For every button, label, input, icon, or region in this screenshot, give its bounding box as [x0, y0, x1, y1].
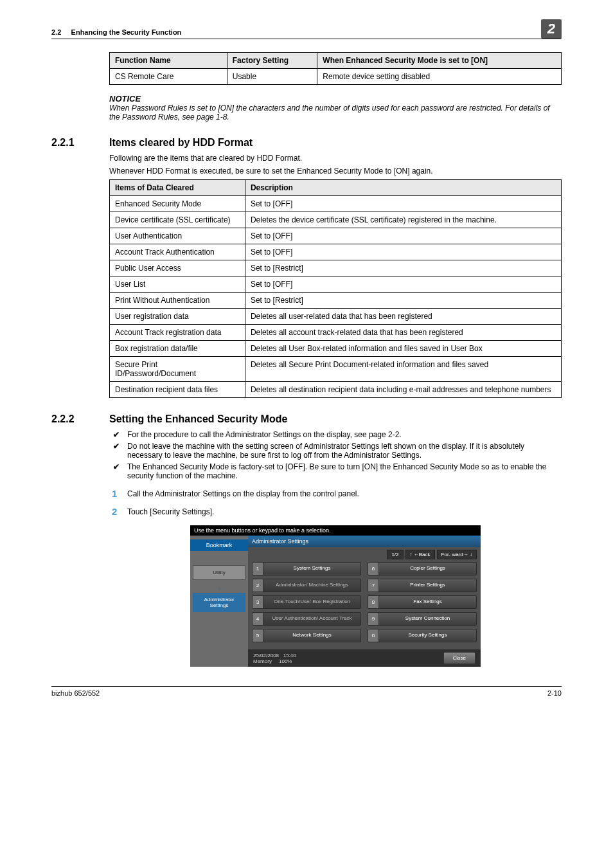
cell: CS Remote Care — [110, 69, 227, 85]
panel-sidebar: Bookmark Utility ↓ Administrator Setting… — [190, 536, 248, 667]
step-item: Touch [Security Settings]. — [109, 507, 562, 516]
panel-time: 15:40 — [283, 653, 296, 658]
panel-top-msg: Use the menu buttons or keypad to make a… — [190, 525, 481, 536]
menu-num: 8 — [368, 596, 379, 608]
cell: Set to [OFF] — [245, 228, 561, 244]
page-header: 2.2 Enhancing the Security Function 2 — [51, 19, 562, 39]
cell: Set to [OFF] — [245, 196, 561, 212]
section-222-num: 2.2.2 — [51, 413, 109, 425]
chapter-badge: 2 — [541, 19, 562, 39]
table-row: User AuthenticationSet to [OFF] — [110, 228, 562, 244]
cell: Deletes all user-related data that has b… — [245, 309, 561, 325]
footer-left: bizhub 652/552 — [51, 689, 100, 697]
menu-num: 3 — [253, 596, 263, 608]
cell: Print Without Authentication — [110, 293, 245, 309]
bookmark-tab[interactable]: Bookmark — [190, 539, 248, 551]
menu-num: 7 — [368, 579, 379, 592]
sec221-p1: Following are the items that are cleared… — [109, 154, 562, 163]
menu-label: Fax Settings — [379, 596, 476, 608]
footer-right: 2-10 — [547, 689, 562, 697]
panel-mem-label: Memory — [253, 658, 272, 664]
section-221-title: Items cleared by HDD Format — [109, 137, 253, 149]
menu-num: 6 — [368, 563, 379, 575]
table-row: User ListSet to [OFF] — [110, 276, 562, 293]
step-item: Call the Administrator Settings on the d… — [109, 489, 562, 498]
menu-button-8[interactable]: 8Fax Settings — [368, 595, 477, 609]
menu-num: 4 — [253, 613, 263, 625]
menu-num: 0 — [368, 629, 379, 642]
cell: Device certificate (SSL certificate) — [110, 212, 245, 228]
check-item: The Enhanced Security Mode is factory-se… — [109, 462, 562, 480]
forward-button[interactable]: For- ward→ ↓ — [437, 550, 477, 559]
cell: Set to [OFF] — [245, 276, 561, 293]
check-item: For the procedure to call the Administra… — [109, 430, 562, 439]
cell: Public User Access — [110, 260, 245, 276]
section-222-title: Setting the Enhanced Security Mode — [109, 413, 287, 425]
items-cleared-table: Items of Data Cleared Description Enhanc… — [109, 179, 562, 398]
admin-panel-screenshot: Use the menu buttons or keypad to make a… — [190, 525, 481, 667]
menu-label: Printer Settings — [379, 579, 476, 592]
menu-button-7[interactable]: 7Printer Settings — [368, 579, 477, 592]
admin-settings-button[interactable]: Administrator Settings — [193, 593, 245, 612]
table-row: Destination recipient data filesDeletes … — [110, 382, 562, 398]
notice-title: NOTICE — [109, 94, 562, 104]
table-row: Enhanced Security ModeSet to [OFF] — [110, 196, 562, 212]
panel-title: Administrator Settings — [248, 536, 481, 547]
header-section-num: 2.2 — [51, 28, 61, 36]
menu-label: One-Touch/User Box Registration — [263, 596, 360, 608]
menu-button-5[interactable]: 5Network Settings — [252, 629, 361, 642]
step-list: Call the Administrator Settings on the d… — [109, 489, 562, 516]
cell: User Authentication — [110, 228, 245, 244]
menu-button-2[interactable]: 2Administrator/ Machine Settings — [252, 579, 361, 592]
check-list: For the procedure to call the Administra… — [109, 430, 562, 480]
cell: Deletes all destination recipient data i… — [245, 382, 561, 398]
down-arrow-icon: ↓ — [190, 583, 248, 592]
cell: Deletes all Secure Print Document-relate… — [245, 357, 561, 382]
cell: Remote device setting disabled — [317, 69, 562, 85]
cell: User registration data — [110, 309, 245, 325]
menu-num: 5 — [253, 629, 263, 642]
table-row: User registration dataDeletes all user-r… — [110, 309, 562, 325]
menu-label: System Settings — [263, 563, 360, 575]
cell: Account Track Authentication — [110, 244, 245, 260]
cell: Set to [Restrict] — [245, 260, 561, 276]
th-desc: Description — [245, 180, 561, 196]
th-enhanced: When Enhanced Security Mode is set to [O… — [317, 53, 562, 69]
menu-button-0[interactable]: 0Security Settings — [368, 629, 477, 642]
menu-label: Network Settings — [263, 629, 360, 642]
menu-button-9[interactable]: 9System Connection — [368, 612, 477, 626]
table-row: Account Track registration dataDeletes a… — [110, 325, 562, 341]
menu-button-4[interactable]: 4User Authentication/ Account Track — [252, 612, 361, 626]
th-factory: Factory Setting — [227, 53, 317, 69]
menu-num: 9 — [368, 613, 379, 625]
menu-button-6[interactable]: 6Copier Settings — [368, 562, 477, 575]
cell: User List — [110, 276, 245, 293]
table-row: Account Track AuthenticationSet to [OFF] — [110, 244, 562, 260]
panel-date: 25/02/2008 — [253, 653, 279, 658]
panel-mem-value: 100% — [279, 658, 292, 664]
cell: Set to [OFF] — [245, 244, 561, 260]
page-footer: bizhub 652/552 2-10 — [51, 686, 562, 697]
utility-button[interactable]: Utility — [193, 565, 245, 580]
menu-num: 1 — [253, 563, 263, 575]
close-button[interactable]: Close — [443, 652, 475, 664]
menu-button-3[interactable]: 3One-Touch/User Box Registration — [252, 595, 361, 609]
cell: Deletes the device certificate (SSL cert… — [245, 212, 561, 228]
check-item: Do not leave the machine with the settin… — [109, 442, 562, 460]
th-func-name: Function Name — [110, 53, 227, 69]
cell: Usable — [227, 69, 317, 85]
menu-label: Security Settings — [379, 629, 476, 642]
table-row: Device certificate (SSL certificate)Dele… — [110, 212, 562, 228]
back-button[interactable]: ↑ ←Back — [405, 550, 435, 559]
table-row: CS Remote Care Usable Remote device sett… — [110, 69, 562, 85]
menu-label: Copier Settings — [379, 563, 476, 575]
section-221-num: 2.2.1 — [51, 137, 109, 149]
table-row: Secure Print ID/Password/DocumentDeletes… — [110, 357, 562, 382]
function-table: Function Name Factory Setting When Enhan… — [109, 52, 562, 85]
sec221-p2: Whenever HDD Format is executed, be sure… — [109, 167, 562, 176]
menu-button-1[interactable]: 1System Settings — [252, 562, 361, 575]
th-items: Items of Data Cleared — [110, 180, 245, 196]
menu-label: User Authentication/ Account Track — [263, 613, 360, 625]
table-row: Print Without AuthenticationSet to [Rest… — [110, 293, 562, 309]
menu-label: Administrator/ Machine Settings — [263, 579, 360, 592]
